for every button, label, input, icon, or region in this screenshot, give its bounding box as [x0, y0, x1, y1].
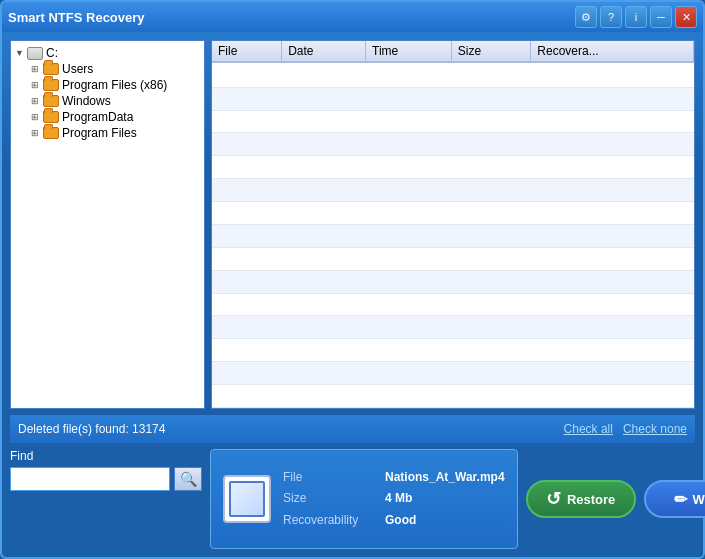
main-panels: ▼ C: ⊞ Users ⊞ Program Files (x86) ⊞ [10, 40, 695, 409]
search-button[interactable]: 🔍 [174, 467, 202, 491]
table-row [212, 293, 694, 316]
tree-toggle-c: ▼ [15, 48, 25, 58]
table-row [212, 247, 694, 270]
file-tree-panel: ▼ C: ⊞ Users ⊞ Program Files (x86) ⊞ [10, 40, 205, 409]
main-window: Smart NTFS Recovery ⚙ ? i ─ ✕ ▼ C: ⊞ [0, 0, 705, 559]
settings-button[interactable]: ⚙ [575, 6, 597, 28]
table-row [212, 62, 694, 87]
table-row [212, 224, 694, 247]
file-table-panel: File Date Time Size Recovera... [211, 40, 695, 409]
window-title: Smart NTFS Recovery [8, 10, 575, 25]
find-panel: Find 🔍 [10, 449, 202, 549]
find-label: Find [10, 449, 202, 463]
drive-icon [27, 47, 43, 60]
tree-toggle-pf86: ⊞ [31, 80, 41, 90]
col-header-size: Size [451, 41, 530, 62]
tree-toggle-pf: ⊞ [31, 128, 41, 138]
search-input[interactable] [10, 467, 170, 491]
tree-item-users[interactable]: ⊞ Users [15, 61, 200, 77]
deleted-files-count: Deleted file(s) found: 13174 [18, 422, 564, 436]
action-btn-row: ↺ Restore ✏ Wipe ✖ Close [526, 480, 705, 518]
check-buttons: Check all Check none [564, 422, 687, 436]
table-row [212, 385, 694, 408]
tree-label-programdata: ProgramData [62, 110, 133, 124]
tree-item-c-drive[interactable]: ▼ C: [15, 45, 200, 61]
table-row [212, 179, 694, 202]
wipe-button[interactable]: ✏ Wipe [644, 480, 705, 518]
title-bar-buttons: ⚙ ? i ─ ✕ [575, 6, 697, 28]
table-row [212, 339, 694, 362]
content-area: ▼ C: ⊞ Users ⊞ Program Files (x86) ⊞ [2, 32, 703, 557]
help-button[interactable]: ? [600, 6, 622, 28]
restore-icon: ↺ [546, 488, 561, 510]
action-buttons: ↺ Restore ✏ Wipe ✖ Close [526, 449, 705, 549]
col-header-recovera: Recovera... [531, 41, 694, 62]
window-close-button[interactable]: ✕ [675, 6, 697, 28]
file-table: File Date Time Size Recovera... [212, 41, 694, 408]
file-details-row-size: Size 4 Mb [283, 488, 505, 510]
find-row: 🔍 [10, 467, 202, 491]
folder-icon-pf [43, 127, 59, 139]
col-header-file: File [212, 41, 282, 62]
table-row [212, 133, 694, 156]
tree-item-programdata[interactable]: ⊞ ProgramData [15, 109, 200, 125]
file-table-body [212, 62, 694, 408]
table-row [212, 87, 694, 110]
check-all-button[interactable]: Check all [564, 422, 613, 436]
tree-label-windows: Windows [62, 94, 111, 108]
size-value: 4 Mb [385, 488, 412, 510]
file-label: File [283, 467, 373, 489]
tree-label-pf: Program Files [62, 126, 137, 140]
folder-icon-pf86 [43, 79, 59, 91]
table-row [212, 110, 694, 133]
tree-item-program-files[interactable]: ⊞ Program Files [15, 125, 200, 141]
table-row [212, 316, 694, 339]
file-details: File Nations_At_War.mp4 Size 4 Mb Recove… [283, 467, 505, 532]
check-none-button[interactable]: Check none [623, 422, 687, 436]
size-label: Size [283, 488, 373, 510]
table-row [212, 362, 694, 385]
tree-toggle-programdata: ⊞ [31, 112, 41, 122]
file-details-row-recoverability: Recoverability Good [283, 510, 505, 532]
tree-label-pf86: Program Files (x86) [62, 78, 167, 92]
restore-button[interactable]: ↺ Restore [526, 480, 636, 518]
file-info-panel: File Nations_At_War.mp4 Size 4 Mb Recove… [210, 449, 518, 549]
status-bar: Deleted file(s) found: 13174 Check all C… [10, 415, 695, 443]
col-header-time: Time [366, 41, 452, 62]
search-icon: 🔍 [180, 471, 197, 487]
recoverability-label: Recoverability [283, 510, 373, 532]
restore-label: Restore [567, 492, 615, 507]
tree-label-users: Users [62, 62, 93, 76]
table-row [212, 202, 694, 225]
tree-item-windows[interactable]: ⊞ Windows [15, 93, 200, 109]
folder-icon-windows [43, 95, 59, 107]
table-row [212, 270, 694, 293]
file-preview-icon [223, 475, 271, 523]
table-row [212, 156, 694, 179]
info-button[interactable]: i [625, 6, 647, 28]
file-value: Nations_At_War.mp4 [385, 467, 505, 489]
tree-toggle-windows: ⊞ [31, 96, 41, 106]
bottom-panel: Find 🔍 File Nations_At_War.mp4 [10, 449, 695, 549]
tree-label-c: C: [46, 46, 58, 60]
minimize-button[interactable]: ─ [650, 6, 672, 28]
col-header-date: Date [282, 41, 366, 62]
title-bar: Smart NTFS Recovery ⚙ ? i ─ ✕ [2, 2, 703, 32]
wipe-label: Wipe [693, 492, 705, 507]
folder-icon-users [43, 63, 59, 75]
tree-toggle-users: ⊞ [31, 64, 41, 74]
folder-icon-programdata [43, 111, 59, 123]
tree-item-program-files-x86[interactable]: ⊞ Program Files (x86) [15, 77, 200, 93]
file-preview-inner [229, 481, 265, 517]
file-details-row-name: File Nations_At_War.mp4 [283, 467, 505, 489]
wipe-icon: ✏ [674, 490, 687, 509]
recoverability-value: Good [385, 510, 416, 532]
